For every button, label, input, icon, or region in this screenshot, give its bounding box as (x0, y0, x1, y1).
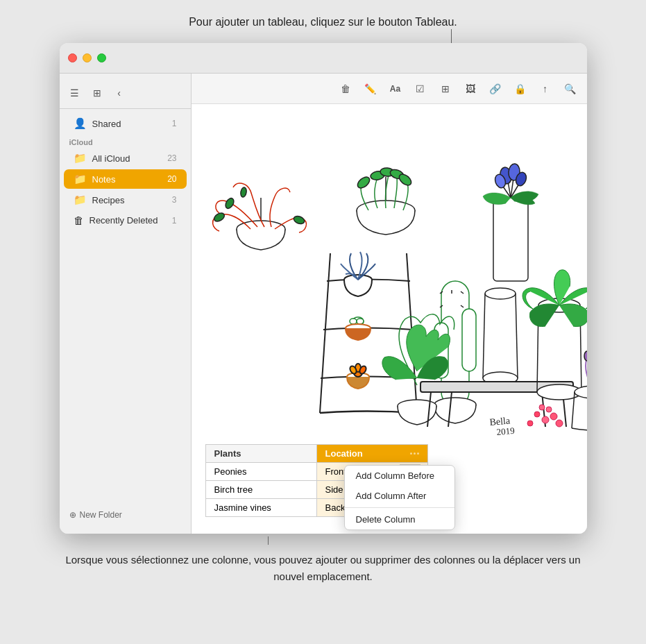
delete-column-item[interactable]: Delete Column (345, 509, 454, 529)
svg-point-56 (584, 351, 587, 361)
shared-count: 1 (172, 119, 177, 128)
add-column-before-item[interactable]: Add Column Before (345, 466, 454, 486)
back-button[interactable]: ‹ (110, 83, 129, 103)
list-view-button[interactable]: ☰ (65, 83, 85, 103)
plant-name-cell: Peonies (205, 463, 316, 481)
sidebar-item-recipes[interactable]: 📁 Recipes 3 (64, 190, 187, 210)
share-button[interactable]: ↑ (536, 79, 555, 99)
compose-button[interactable]: ✏️ (361, 79, 380, 99)
note-body: Bella 2019 Plants (192, 104, 587, 534)
svg-point-61 (542, 416, 549, 423)
recipes-count: 3 (172, 195, 177, 205)
grid-view-button[interactable]: ⊞ (87, 83, 107, 103)
sidebar-item-notes[interactable]: 📁 Notes 20 (64, 169, 187, 189)
table-area: Plants Location (192, 437, 587, 534)
plant-name-cell: Jasmine vines (205, 499, 316, 517)
close-button[interactable] (68, 53, 77, 62)
sidebar-item-label: All iCloud (92, 153, 168, 164)
svg-point-46 (485, 288, 516, 299)
checklist-button[interactable]: ☑ (411, 79, 430, 99)
location-header-label: Location (325, 448, 363, 459)
trash-icon: 🗑 (74, 214, 84, 226)
delete-note-button[interactable]: 🗑 (336, 79, 355, 99)
svg-point-62 (534, 412, 540, 417)
location-column-header[interactable]: Location (316, 445, 427, 463)
new-folder-button[interactable]: ⊕ New Folder (60, 503, 191, 527)
svg-point-63 (550, 413, 557, 420)
traffic-lights (68, 53, 106, 62)
sidebar-item-label: Shared (92, 119, 172, 129)
all-icloud-count: 23 (167, 153, 176, 163)
table-button[interactable]: ⊞ (436, 79, 455, 99)
sidebar-item-label: Notes (92, 174, 168, 185)
sidebar-item-shared[interactable]: 👤 Shared 1 (64, 114, 187, 133)
menu-divider (345, 507, 454, 508)
sidebar-item-all-icloud[interactable]: 📁 All iCloud 23 (64, 149, 187, 168)
media-button[interactable]: 🖼 (461, 79, 480, 99)
app-window: ☰ ⊞ ‹ 👤 Shared 1 iCloud 📁 All iCloud 23 … (60, 43, 587, 534)
sidebar-item-recently-deleted[interactable]: 🗑 Recently Deleted 1 (64, 211, 187, 230)
search-button[interactable]: 🔍 (561, 79, 580, 99)
notes-folder-icon: 📁 (74, 173, 87, 185)
sidebar-item-label: Recipes (92, 195, 172, 205)
link-button[interactable]: 🔗 (486, 79, 505, 99)
minimize-button[interactable] (83, 53, 92, 62)
annotation-top: Pour ajouter un tableau, cliquez sur le … (60, 14, 587, 31)
svg-text:2019: 2019 (495, 425, 514, 437)
svg-rect-29 (357, 319, 364, 324)
plants-column-header: Plants (205, 445, 316, 463)
svg-rect-14 (493, 198, 528, 281)
font-button[interactable]: Aa (386, 79, 405, 99)
icloud-section-label: iCloud (60, 134, 191, 148)
note-toolbar: 🗑 ✏️ Aa ☑ ⊞ 🖼 🔗 🔒 ↑ 🔍 (192, 74, 587, 104)
svg-point-67 (546, 407, 552, 412)
svg-point-65 (527, 421, 533, 426)
title-bar (60, 43, 587, 74)
lock-button[interactable]: 🔒 (511, 79, 530, 99)
plus-icon: ⊕ (69, 510, 76, 520)
sketch-area: Bella 2019 (192, 104, 587, 437)
svg-point-66 (556, 420, 563, 427)
column-handle-dots (410, 452, 419, 455)
new-folder-label: New Folder (80, 510, 122, 520)
shared-icon: 👤 (74, 117, 87, 130)
svg-point-64 (539, 405, 545, 410)
svg-rect-38 (462, 309, 476, 371)
notes-count: 20 (167, 174, 176, 184)
sidebar-item-label: Recently Deleted (90, 215, 172, 226)
svg-rect-28 (350, 319, 357, 324)
app-body: ☰ ⊞ ‹ 👤 Shared 1 iCloud 📁 All iCloud 23 … (60, 74, 587, 534)
context-menu: Add Column Before Add Column After Delet… (344, 465, 455, 530)
add-column-after-item[interactable]: Add Column After (345, 486, 454, 506)
sidebar: ☰ ⊞ ‹ 👤 Shared 1 iCloud 📁 All iCloud 23 … (60, 74, 192, 534)
recently-deleted-count: 1 (172, 216, 177, 226)
folder-icon: 📁 (74, 152, 87, 164)
recipes-icon: 📁 (74, 194, 87, 206)
maximize-button[interactable] (97, 53, 106, 62)
annotation-bottom: Lorsque vous sélectionnez une colonne, v… (60, 552, 587, 585)
main-content: 🗑 ✏️ Aa ☑ ⊞ 🖼 🔗 🔒 ↑ 🔍 (192, 74, 587, 534)
plant-name-cell: Birch tree (205, 481, 316, 499)
